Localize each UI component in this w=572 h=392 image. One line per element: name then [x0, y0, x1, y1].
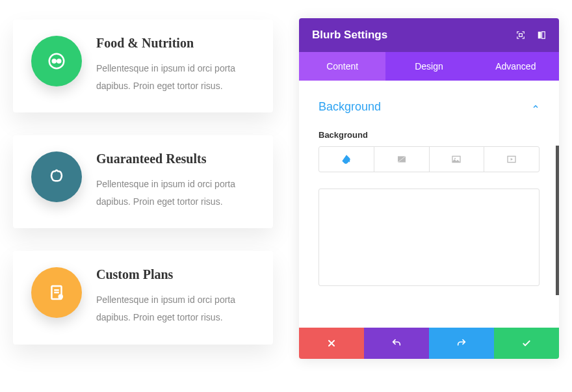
svg-rect-9: [542, 32, 545, 39]
tab-advanced[interactable]: Advanced: [473, 52, 559, 81]
tab-content[interactable]: Content: [299, 52, 385, 81]
field-label: Background: [318, 130, 540, 140]
blurb-desc: Pellentesque in ipsum id orci porta dapi…: [96, 291, 255, 326]
panel-footer: [299, 328, 559, 359]
plans-icon: [31, 267, 82, 318]
blurb-card-nutrition: Food & Nutrition Pellentesque in ipsum i…: [13, 20, 273, 112]
svg-rect-8: [538, 32, 541, 39]
bg-tab-color[interactable]: [319, 147, 374, 172]
bg-tab-image[interactable]: [430, 147, 485, 172]
accordion-background[interactable]: Background: [318, 100, 540, 114]
scrollbar[interactable]: [556, 146, 559, 295]
blurb-card-results: Guaranteed Results Pellentesque in ipsum…: [13, 135, 273, 228]
svg-point-12: [454, 158, 456, 159]
blurb-desc: Pellentesque in ipsum id orci porta dapi…: [96, 60, 255, 94]
results-icon: [31, 151, 82, 202]
save-button[interactable]: [494, 328, 559, 359]
bg-color-preview[interactable]: [318, 189, 540, 286]
redo-button[interactable]: [429, 328, 494, 359]
blurb-desc: Pellentesque in ipsum id orci porta dapi…: [96, 176, 255, 210]
nutrition-icon: [31, 36, 82, 86]
snap-icon[interactable]: [537, 31, 546, 40]
chevron-up-icon: [532, 100, 540, 114]
svg-point-1: [53, 60, 56, 63]
cancel-button[interactable]: [299, 328, 364, 359]
blurb-title: Custom Plans: [96, 267, 255, 282]
panel-tabs: Content Design Advanced: [299, 52, 559, 81]
svg-point-2: [57, 60, 60, 63]
panel-header[interactable]: Blurb Settings: [299, 18, 559, 52]
bg-tab-video[interactable]: [484, 147, 539, 172]
bg-tab-gradient[interactable]: [374, 147, 430, 172]
svg-rect-7: [519, 34, 523, 37]
panel-title: Blurb Settings: [312, 29, 387, 42]
settings-panel: Blurb Settings Content Design Advanced B…: [299, 18, 559, 359]
expand-icon[interactable]: [516, 31, 525, 40]
undo-button[interactable]: [364, 328, 429, 359]
bg-type-tabs: [318, 146, 540, 172]
accordion-title: Background: [318, 100, 381, 114]
blurb-title: Guaranteed Results: [96, 151, 255, 166]
panel-body: Background Background: [299, 81, 559, 328]
tab-design[interactable]: Design: [385, 52, 472, 81]
blurb-title: Food & Nutrition: [96, 36, 255, 51]
blurb-card-plans: Custom Plans Pellentesque in ipsum id or…: [13, 251, 273, 344]
